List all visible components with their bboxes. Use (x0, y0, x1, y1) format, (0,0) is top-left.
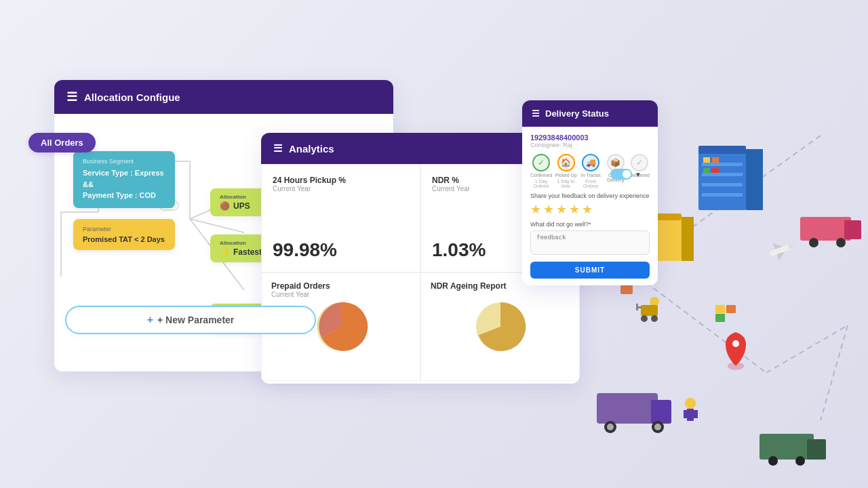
chevron-down-icon[interactable]: ▼ (635, 171, 642, 178)
svg-rect-23 (597, 393, 658, 424)
svg-rect-5 (698, 146, 746, 154)
confirmed-label: Confirmed (530, 173, 552, 178)
business-segment-content: Service Type : Express &&Payment Type : … (83, 167, 165, 201)
ndr-ageing-title: NDR Ageing Report (431, 281, 507, 291)
analytics-menu-icon: ☰ (273, 142, 282, 155)
new-parameter-button[interactable]: + + New Parameter (65, 306, 316, 334)
what-went-wrong-label: What did not go well?* (530, 221, 650, 228)
new-parameter-label: + New Parameter (157, 314, 234, 325)
pickup-value: 99.98% (273, 239, 409, 261)
stars-row: ★ ★ ★ ★ ★ (530, 202, 650, 217)
svg-rect-14 (712, 168, 719, 173)
in-transit-sublabel: From Ontime (580, 179, 601, 188)
star-4[interactable]: ★ (569, 202, 580, 217)
svg-line-3 (821, 325, 848, 420)
svg-rect-56 (715, 314, 725, 322)
prepaid-subtitle: Current Year (271, 291, 330, 298)
toggle-pill[interactable] (610, 169, 632, 180)
prepaid-pie-chart (311, 296, 372, 357)
all-orders-button[interactable]: All Orders (28, 133, 96, 152)
svg-rect-17 (682, 217, 694, 261)
svg-point-26 (607, 424, 614, 430)
confirmed-sublabel: 1 Day Ontime (530, 179, 552, 188)
svg-rect-46 (694, 410, 698, 418)
fastest-icon: ⚡ (220, 247, 230, 257)
svg-point-28 (654, 424, 661, 430)
svg-line-63 (190, 219, 244, 232)
svg-rect-11 (703, 157, 710, 163)
svg-rect-12 (712, 157, 719, 163)
svg-point-35 (768, 456, 778, 466)
delivery-title: Delivery Status (545, 108, 609, 119)
in-transit-icon: 🚚 (582, 154, 599, 171)
delivery-status-panel: ☰ Delivery Status 19293848400003 Consign… (522, 100, 658, 285)
parameter-content: Promised TAT < 2 Days (83, 235, 165, 243)
ndr-ageing-pie-chart (470, 296, 531, 357)
star-5[interactable]: ★ (582, 202, 593, 217)
svg-point-36 (795, 456, 805, 466)
svg-rect-10 (702, 193, 743, 197)
parameter-node: Parameter Promised TAT < 2 Days (73, 219, 175, 250)
prepaid-title: Prepaid Orders (271, 281, 330, 291)
delivery-menu-icon: ☰ (532, 108, 540, 119)
pickup-title: 24 Hours Pickup % (273, 176, 409, 185)
pickup-subtitle: Current Year (273, 185, 409, 192)
star-2[interactable]: ★ (543, 202, 554, 217)
svg-rect-13 (703, 168, 710, 173)
analytics-cell-pickup: 24 Hours Pickup % Current Year 99.98% (261, 164, 420, 272)
star-1[interactable]: ★ (530, 202, 541, 217)
status-confirmed: ✓ Confirmed 1 Day Ontime (530, 154, 552, 188)
ups-icon: 🟤 (220, 201, 230, 211)
svg-rect-24 (651, 400, 671, 424)
ups-name: UPS (233, 201, 250, 211)
svg-rect-55 (726, 305, 736, 313)
analytics-cell-ndr-ageing: NDR Ageing Report (420, 272, 580, 381)
picked-up-sublabel: 1 Day to time (555, 179, 577, 188)
business-segment-node: Business Segment Service Type : Express … (73, 151, 175, 208)
submit-button[interactable]: SUBMIT (530, 262, 650, 279)
svg-line-1 (631, 271, 766, 373)
business-segment-label: Business Segment (83, 158, 165, 165)
allocation-header: ☰ Allocation Configue (54, 80, 393, 114)
svg-rect-6 (746, 149, 763, 210)
menu-icon: ☰ (66, 89, 77, 104)
svg-rect-29 (800, 217, 851, 241)
picked-up-label: Picked Up (555, 173, 577, 178)
svg-point-52 (641, 315, 648, 322)
svg-rect-49 (641, 305, 658, 316)
in-transit-label: In Transit (581, 173, 601, 178)
confirmed-icon: ✓ (532, 154, 550, 171)
svg-point-53 (651, 315, 658, 322)
svg-rect-44 (687, 409, 694, 421)
svg-rect-34 (807, 439, 826, 460)
svg-rect-45 (684, 410, 688, 418)
analytics-title: Analytics (289, 143, 334, 155)
star-3[interactable]: ★ (556, 202, 567, 217)
status-in-transit: 🚚 In Transit From Ontime (580, 154, 601, 188)
svg-rect-54 (715, 305, 725, 313)
delivery-consignee: Consignee: Raj (530, 142, 650, 148)
svg-rect-51 (636, 304, 638, 310)
feedback-input[interactable] (530, 230, 650, 255)
alloc-ups-label: Allocation (220, 194, 250, 200)
fastest-name: Fastest (233, 247, 262, 257)
svg-rect-9 (702, 183, 743, 186)
picked-up-icon: 🏠 (557, 154, 575, 171)
svg-rect-7 (702, 163, 743, 166)
alloc-fastest-label: Allocation (220, 240, 262, 246)
delivery-body: 19293848400003 Consignee: Raj ▼ ✓ Confir… (522, 127, 658, 285)
svg-rect-8 (702, 173, 743, 176)
svg-point-31 (809, 238, 818, 247)
plus-icon: + (147, 314, 153, 326)
feedback-label: Share your feedback on delivery experien… (530, 192, 650, 199)
svg-rect-33 (760, 434, 814, 460)
toggle-wrapper: ▼ (610, 169, 642, 180)
delivery-header: ☰ Delivery Status (522, 100, 658, 127)
svg-rect-30 (844, 220, 861, 239)
svg-point-38 (732, 340, 739, 347)
svg-point-32 (836, 238, 846, 247)
parameter-label: Parameter (83, 226, 165, 232)
svg-rect-20 (620, 285, 633, 294)
delivery-order-id: 19293848400003 (530, 134, 650, 142)
svg-point-47 (650, 297, 659, 306)
